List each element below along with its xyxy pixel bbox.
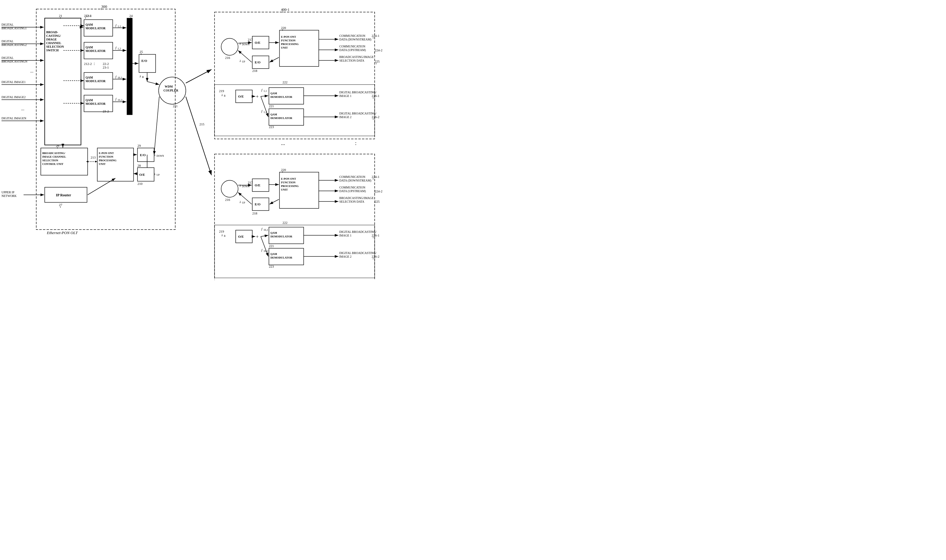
lambda-down-217-bot: λ	[239, 184, 241, 187]
qam-mod-2-label: QAM	[86, 46, 93, 49]
freq-demod-bot-16-1-sub: 16,1	[263, 228, 268, 231]
label-219: 219	[219, 89, 224, 93]
dots-1: ...	[30, 69, 34, 74]
label-22-2: 22-2	[103, 62, 109, 66]
wdm-label-2: COUPLER	[163, 89, 179, 92]
label-300: 300	[101, 4, 107, 9]
oe-219-bot-label: O/E	[238, 235, 244, 238]
input-2b: BROADCASTING2	[2, 43, 26, 46]
epon-ont-top-1: E-PON ONT	[281, 35, 296, 38]
epon-ont-bot-1: E-PON ONT	[281, 177, 296, 180]
label-218: 218	[252, 69, 257, 72]
label-216-top: 216	[225, 56, 230, 60]
qam-demod-bot-1-2: DEMODULATOR	[270, 235, 293, 238]
label-222-bot: 222	[282, 221, 288, 225]
freq-demod-bot-16-2: f	[261, 248, 263, 252]
svg-marker-38	[95, 161, 97, 163]
lambda-down-217-bot-sub: DOWN	[242, 185, 250, 188]
comm-data-up-2: DATA (UPSTREAM)	[339, 48, 366, 52]
switch-label-3: IMAGE	[46, 38, 57, 41]
label-27: 27	[59, 203, 63, 206]
label-221-bot: 221	[269, 244, 274, 248]
label-224-1-bot: 224-1	[371, 175, 379, 178]
epon-ont-bot-2: FUNCTION	[281, 181, 296, 184]
qam-demod-bot-2-1: QAM	[270, 252, 277, 255]
switch-label-5: SELECTION	[46, 45, 64, 48]
epon-ont-top-3: PROCESSING	[281, 43, 299, 46]
lambda-down-left-sub: DOWN	[157, 155, 164, 157]
broadcast-sel-bot-2: SELECTION DATA	[339, 200, 365, 203]
input-2: DIGITAL	[2, 40, 14, 43]
label-23-2: 23-2	[103, 109, 109, 113]
freq-1-2-sub: 1,2	[117, 47, 121, 50]
control-unit-2: IMAGE CHANNEL	[42, 155, 66, 158]
epon-ont-bot-4: UNIT	[281, 188, 288, 191]
label-226-2-top: 226-2	[371, 115, 379, 119]
switch-label-4: CHANNEL	[46, 42, 61, 45]
input-3b: BROADCASTINGN	[2, 60, 28, 63]
dig-broad-img2-2: IMAGE 2	[339, 115, 351, 119]
broadcast-sel-bot-1: BROADCASTING/IMAGE	[339, 196, 374, 200]
qam-mod-3-label2: MODULATOR	[86, 80, 106, 83]
label-400-1: 400-1	[281, 8, 290, 12]
label-216-bot: 216	[225, 198, 230, 202]
svg-marker-37	[86, 161, 88, 163]
label-210: 210	[137, 182, 143, 185]
epon-ont-top-2: FUNCTION	[281, 39, 296, 42]
input-5: DIGITAL IMAGE2	[2, 95, 26, 99]
epon-ont-left-2: FUNCTION	[99, 155, 114, 158]
label-23-1: 23-1	[103, 66, 109, 69]
label-223-top: 223	[269, 125, 274, 129]
oe-217-label: O/E	[255, 41, 260, 45]
freq-16-2: f	[116, 97, 117, 101]
comm-data-down-bot-1: COMMUNICATION	[339, 175, 365, 178]
freq-demod-1-1: f	[261, 88, 263, 92]
label-218-bot: 218	[252, 211, 257, 215]
freq-1-1-sub: 1,1	[117, 25, 121, 28]
label-219-bot: 219	[219, 229, 224, 233]
svg-line-104	[261, 235, 268, 237]
lambda-up-left: λ	[154, 172, 156, 176]
dig-broad-img2-1: DIGITAL BROADCASTING/	[339, 112, 376, 115]
main-svg: 300 Ethernet-PON OLT BROAD- CASTING/ IMA…	[0, 0, 473, 280]
freq-1-2: f	[116, 46, 117, 49]
control-unit-4: CONTROL UNIT	[42, 163, 63, 166]
qam-demod-2-2: DEMODULATOR	[270, 117, 293, 120]
freq-demod-1-1-sub: 1,1	[263, 89, 267, 92]
qam-mod-3-label: QAM	[86, 76, 93, 79]
qam-mod-4-label: QAM	[86, 98, 93, 102]
qam-demod-1-1: QAM	[270, 92, 277, 95]
label-26: 26	[56, 144, 60, 148]
dots-middle-2: :	[355, 140, 356, 146]
dig-broad-img2-bot-1: DIGITAL BROADCASTING/	[339, 251, 376, 255]
switch-label-6: SWITCH	[46, 49, 59, 52]
diagram-container: 300 Ethernet-PON OLT BROAD- CASTING/ IMA…	[0, 0, 473, 280]
label-222: 222	[282, 80, 288, 84]
qam-demod-2-1: QAM	[270, 113, 277, 116]
dig-broad-img1-2: IMAGE 1	[339, 94, 351, 98]
oe-219-label: O/E	[238, 95, 244, 98]
label-224-2-bot: 224-2	[374, 189, 382, 193]
wdm-label-1: WDM	[165, 85, 173, 88]
upper-ip-label: UPPER IP	[2, 191, 14, 194]
svg-line-49	[147, 82, 159, 85]
svg-line-50	[154, 97, 159, 155]
freq-demod-1-2: f	[261, 109, 263, 113]
qam-mod-1-label: QAM	[86, 23, 93, 26]
label-221-top: 221	[269, 104, 274, 108]
label-22-1: 22-1	[86, 14, 91, 17]
freq-demod-bot-16-1: f	[261, 227, 263, 231]
label-223-bot: 223	[269, 265, 274, 268]
lambda-b-1: λ	[139, 74, 141, 78]
label-226-2-bot: 226-2	[371, 255, 379, 258]
label-25: 25	[140, 50, 143, 54]
svg-line-47	[88, 178, 116, 195]
freq-16-1-sub: 16,1	[117, 76, 122, 79]
oe-217-bot-label: O/E	[255, 183, 260, 187]
eo-218-bot-label: E/O	[255, 202, 260, 206]
switch-label-2: CASTING/	[46, 34, 61, 37]
comm-data-up-1: COMMUNICATION	[339, 45, 365, 48]
comm-data-down-1: COMMUNICATION	[339, 34, 365, 37]
label-212-2: 212-2	[84, 62, 92, 66]
svg-line-77	[261, 96, 268, 117]
